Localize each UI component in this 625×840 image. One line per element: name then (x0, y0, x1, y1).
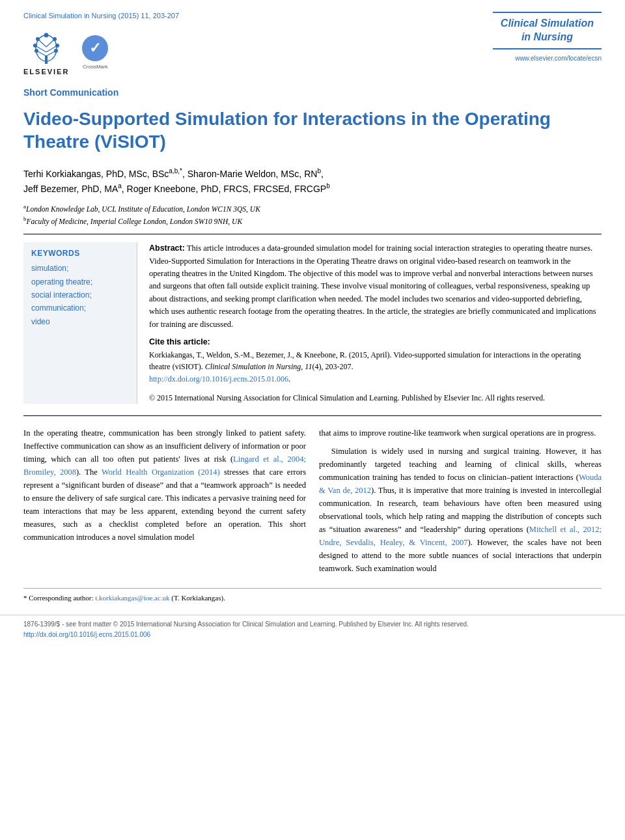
elsevier-logo: ELSEVIER (23, 27, 69, 76)
keyword-communication: communication; (31, 301, 129, 315)
header-left: Clinical Simulation in Nursing (2015) 11… (23, 12, 179, 76)
crossmark-logo-container: ✓ CrossMark (81, 34, 109, 70)
page: Clinical Simulation in Nursing (2015) 11… (0, 0, 625, 840)
svg-point-13 (53, 37, 57, 41)
abstract-text: Abstract: This article introduces a data… (149, 242, 602, 331)
svg-point-12 (55, 44, 59, 48)
journal-title-box: Clinical Simulation in Nursing (493, 12, 602, 49)
footnote-asterisk: * Corresponding author: (23, 594, 95, 602)
journal-website[interactable]: www.elsevier.com/locate/ecsn (515, 55, 602, 62)
body-left-para: In the operating theatre, communication … (23, 427, 306, 544)
body-section: In the operating theatre, communication … (0, 416, 625, 580)
authors-section: Terhi Korkiakangas, PhD, MSc, BSca,b,*, … (0, 161, 625, 200)
elsevier-tree-icon (23, 27, 69, 66)
section-type-label: Short Communication (0, 82, 625, 101)
author1-name: Terhi Korkiakangas, PhD, MSc, BSc (23, 169, 169, 179)
svg-text:✓: ✓ (89, 40, 101, 56)
abstract-label: Abstract: (149, 244, 185, 253)
cite-journal: Clinical Simulation in Nursing, 11 (205, 362, 312, 371)
cite-doi-link[interactable]: http://dx.doi.org/10.1016/j.ecns.2015.01… (149, 374, 288, 384)
body-right-para-2: Simulation is widely used in nursing and… (319, 445, 602, 575)
bottom-doi-link[interactable]: http://dx.doi.org/10.1016/j.ecns.2015.01… (23, 631, 150, 638)
footnote-author: (T. Korkiakangas). (170, 594, 225, 602)
body-right-column: that aims to improve routine-like teamwo… (319, 427, 602, 580)
ref-mitchell[interactable]: Mitchell et al., 2012; Undre, Sevdalis, … (319, 525, 602, 547)
ref-who[interactable]: World Health Organization (2014) (102, 468, 220, 477)
short-communication-text: Short Communication (23, 87, 118, 98)
copyright-notice: © 2015 International Nursing Association… (149, 392, 602, 404)
bottom-issn: 1876-1399/$ - see front matter © 2015 In… (23, 619, 602, 630)
abstract-column: Abstract: This article introduces a data… (137, 242, 602, 403)
cite-section: Cite this article: Korkiakangas, T., Wel… (149, 337, 602, 385)
svg-point-9 (33, 44, 37, 48)
footnote-area: * Corresponding author: t.korkiakangas@i… (23, 588, 602, 604)
abstract-area: KEYWORDS simulation; operating theatre; … (23, 234, 602, 410)
body-right-para-1: that aims to improve routine-like teamwo… (319, 427, 602, 440)
author3-comma: , (321, 169, 324, 179)
keywords-title: KEYWORDS (31, 249, 129, 258)
svg-point-8 (35, 49, 38, 53)
abstract-body: This article introduces a data-grounded … (149, 244, 596, 328)
cite-details: (4), 203-207. (312, 362, 353, 371)
header: Clinical Simulation in Nursing (2015) 11… (0, 0, 625, 82)
cite-title: Cite this article: (149, 337, 602, 346)
body-left-column: In the operating theatre, communication … (23, 427, 306, 580)
journal-title: Clinical Simulation in Nursing (501, 17, 594, 44)
ref-wouda[interactable]: Wouda & Van de, 2012 (319, 473, 602, 495)
crossmark-label: CrossMark (83, 64, 108, 70)
keyword-operating-theatre: operating theatre; (31, 275, 129, 288)
crossmark-icon: ✓ (81, 34, 109, 63)
author1-sup: a,b,* (169, 167, 182, 175)
svg-point-11 (54, 49, 58, 53)
author4-name: Jeff Bezemer, PhD, MA (23, 184, 118, 194)
cite-body: Korkiakangas, T., Weldon, S.-M., Bezemer… (149, 349, 602, 385)
article-title: Video-Supported Simulation for Interacti… (23, 107, 602, 153)
keyword-simulation: simulation; (31, 262, 129, 275)
keyword-social-interaction: social interaction; (31, 288, 129, 301)
journal-reference: Clinical Simulation in Nursing (2015) 11… (23, 12, 179, 20)
keyword-video: video (31, 315, 129, 328)
authors-line: Terhi Korkiakangas, PhD, MSc, BSca,b,*, … (23, 166, 602, 196)
affiliation-b: bFaculty of Medicine, Imperial College L… (23, 215, 602, 227)
svg-point-14 (44, 33, 49, 38)
header-right: Clinical Simulation in Nursing www.elsev… (493, 12, 602, 62)
svg-rect-0 (45, 56, 48, 64)
author5-name: , Roger Kneebone, PhD, FRCS, FRCSEd, FRC… (122, 184, 326, 194)
author2-name: , Sharon-Marie Weldon, MSc, RN (182, 169, 317, 179)
svg-point-10 (36, 37, 40, 41)
logos-container: ELSEVIER ✓ CrossMark (23, 27, 179, 76)
article-title-section: Video-Supported Simulation for Interacti… (0, 101, 625, 161)
keywords-list: simulation; operating theatre; social in… (31, 262, 129, 328)
footnote-email[interactable]: t.korkiakangas@ioe.ac.uk (95, 594, 169, 602)
affiliations-section: aLondon Knowledge Lab, UCL Institute of … (0, 200, 625, 234)
bottom-doi: http://dx.doi.org/10.1016/j.ecns.2015.01… (23, 630, 602, 640)
author5-sup: b (326, 182, 330, 189)
elsevier-label: ELSEVIER (23, 68, 69, 76)
bottom-bar: 1876-1399/$ - see front matter © 2015 In… (0, 615, 625, 644)
affiliation-a: aLondon Knowledge Lab, UCL Institute of … (23, 203, 602, 215)
keywords-column: KEYWORDS simulation; operating theatre; … (23, 242, 137, 403)
